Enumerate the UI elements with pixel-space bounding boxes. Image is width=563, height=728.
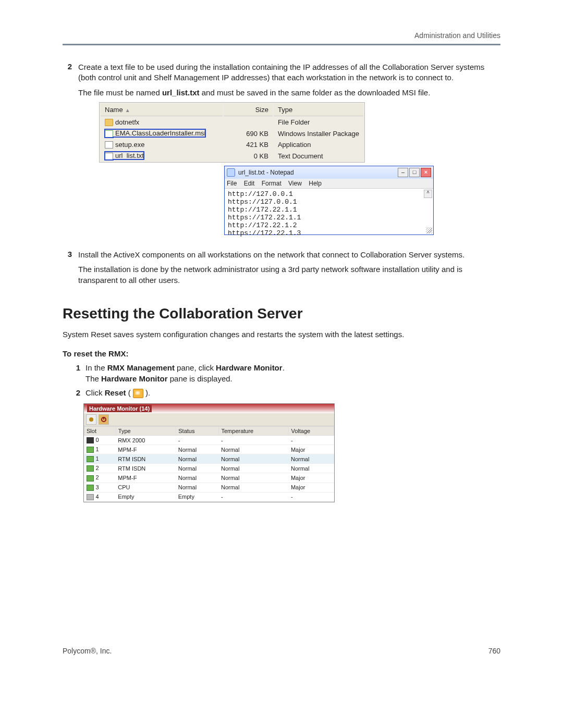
notepad-textarea[interactable]: http://127.0.0.1 https://127.0.0.1 http:…: [225, 189, 433, 235]
minimize-button[interactable]: –: [398, 168, 408, 177]
step2-paragraph-1: Create a text file to be used during the…: [78, 62, 500, 83]
menu-format[interactable]: Format: [262, 180, 282, 187]
menu-view[interactable]: View: [288, 180, 302, 187]
hwmon-row[interactable]: 1RTM ISDNNormalNormalNormal: [84, 454, 334, 464]
hw-col-temp[interactable]: Temperature: [219, 427, 289, 436]
step3-paragraph-2: The installation is done by the network …: [78, 264, 500, 286]
substep-1-line2: The Hardware Monitor pane is displayed.: [85, 373, 500, 384]
step-number-2: 2: [63, 62, 72, 244]
slot-icon: [87, 465, 94, 472]
reset-icon: [133, 389, 143, 398]
hwmon-row[interactable]: 0RMX 2000---: [84, 436, 334, 445]
step2-paragraph-2: The file must be named url_list.txt and …: [78, 88, 500, 98]
substep-num-2: 2: [73, 387, 80, 398]
hw-col-slot[interactable]: Slot: [84, 427, 116, 436]
slot-icon: [87, 494, 94, 500]
substep-2-line: Click Reset ( ).: [85, 387, 500, 398]
hwmon-reset-button[interactable]: [99, 414, 109, 425]
substep-num-1: 1: [73, 362, 80, 384]
menu-file[interactable]: File: [227, 180, 237, 187]
folder-icon: [105, 119, 113, 126]
footer-company: Polycom®, Inc.: [63, 647, 112, 655]
substep-1-line1: In the RMX Management pane, click Hardwa…: [85, 362, 500, 373]
subheading-to-reset: To reset the RMX:: [63, 349, 500, 358]
hwmon-row[interactable]: 4EmptyEmpty--: [84, 492, 334, 501]
hwmon-row[interactable]: 1MPM-FNormalNormalMajor: [84, 445, 334, 454]
file-col-type[interactable]: Type: [274, 104, 363, 116]
close-button[interactable]: ×: [421, 168, 431, 177]
notepad-app-icon: [227, 168, 235, 177]
exe-icon: [105, 141, 113, 149]
menu-help[interactable]: Help: [309, 180, 322, 187]
notepad-title-text: url_list.txt - Notepad: [238, 169, 395, 176]
file-row[interactable]: setup.exe421 KBApplication: [101, 140, 363, 150]
svg-point-0: [89, 417, 93, 422]
hw-col-status[interactable]: Status: [176, 427, 219, 436]
scroll-up-icon[interactable]: ^: [424, 190, 432, 198]
slot-icon: [87, 447, 94, 453]
slot-icon: [87, 456, 94, 462]
hwmon-tool-button[interactable]: [86, 414, 96, 425]
notepad-menubar[interactable]: File Edit Format View Help: [225, 179, 433, 189]
sort-asc-icon: ▲: [125, 107, 130, 113]
file-row[interactable]: dotnetfxFile Folder: [101, 117, 363, 128]
page-header-section: Administration and Utilities: [63, 31, 500, 45]
slot-icon: [87, 475, 94, 482]
resize-grip-icon[interactable]: [426, 227, 432, 233]
hwmon-titlebar: Hardware Monitor (14): [84, 404, 334, 413]
file-list-table: Name▲ Size Type dotnetfxFile FolderEMA.C…: [99, 102, 365, 163]
hardware-monitor-pane: Hardware Monitor (14) Slot Type Status T…: [83, 403, 335, 502]
step-number-3: 3: [63, 250, 72, 290]
hwmon-table: Slot Type Status Temperature Voltage 0RM…: [84, 426, 334, 502]
power-icon: [101, 416, 107, 423]
file-col-size[interactable]: Size: [224, 104, 273, 116]
hwmon-row[interactable]: 2RTM ISDNNormalNormalNormal: [84, 464, 334, 473]
footer-page-number: 760: [488, 647, 500, 655]
hwmon-toolbar: [84, 413, 334, 426]
slot-icon: [87, 485, 94, 491]
hwmon-row[interactable]: 3CPUNormalNormalMajor: [84, 483, 334, 492]
slot-icon: [87, 437, 94, 443]
step3-paragraph-1: Install the ActiveX components on all wo…: [78, 250, 500, 260]
notepad-window: url_list.txt - Notepad – □ × File Edit F…: [224, 166, 434, 235]
gear-icon: [88, 416, 94, 423]
file-row[interactable]: EMA.ClassLoaderInstaller.msi690 KBWindow…: [101, 128, 363, 139]
txt-icon: [105, 153, 113, 160]
menu-edit[interactable]: Edit: [244, 180, 255, 187]
msi-icon: [105, 130, 113, 138]
section-intro: System Reset saves system configuration …: [63, 329, 500, 340]
maximize-button[interactable]: □: [409, 168, 420, 177]
file-col-name[interactable]: Name▲: [101, 104, 223, 116]
hw-col-volt[interactable]: Voltage: [289, 427, 334, 436]
file-row[interactable]: url_list.txt0 KBText Document: [101, 151, 363, 161]
section-heading-reset: Resetting the Collaboration Server: [63, 305, 500, 322]
hwmon-row[interactable]: 2MPM-FNormalNormalMajor: [84, 473, 334, 483]
notepad-titlebar[interactable]: url_list.txt - Notepad – □ ×: [225, 166, 433, 179]
hw-col-type[interactable]: Type: [116, 427, 176, 436]
